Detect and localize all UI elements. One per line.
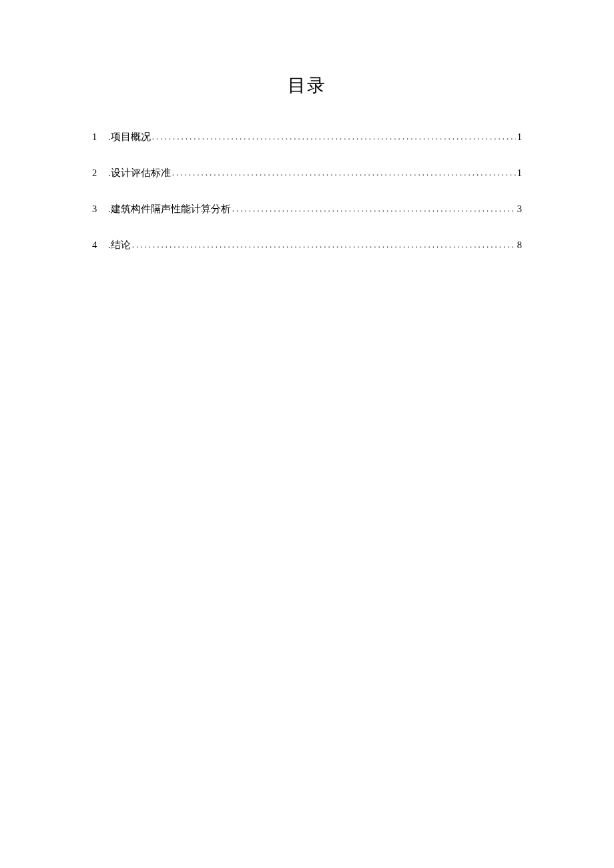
toc-entry-page: 8 bbox=[517, 240, 522, 251]
toc-entry-page: 3 bbox=[517, 203, 522, 215]
toc-entry[interactable]: 2 . 设计评估标准 1 bbox=[92, 167, 522, 179]
toc-entry-number: 1 bbox=[92, 131, 108, 143]
toc-entry[interactable]: 1 . 项目概况 1 bbox=[92, 131, 522, 143]
toc-entry-label: 建筑构件隔声性能计算分析 bbox=[111, 203, 231, 215]
toc-entry-number: 3 bbox=[92, 203, 108, 215]
toc-entry-label: 项目概况 bbox=[111, 131, 151, 143]
toc-title: 目录 bbox=[60, 73, 554, 97]
toc-leader-dots bbox=[232, 203, 516, 214]
toc-entry-label: 设计评估标准 bbox=[111, 167, 171, 179]
toc-leader-dots bbox=[132, 240, 516, 250]
toc-entry-number: 2 bbox=[92, 167, 108, 179]
toc-leader-dots bbox=[152, 131, 516, 142]
toc-entry-page: 1 bbox=[517, 131, 522, 143]
document-page: 目录 1 . 项目概况 1 2 . 设计评估标准 1 3 . 建筑构件隔声性能计… bbox=[0, 0, 614, 252]
toc-entry-label: 结论 bbox=[111, 239, 131, 252]
table-of-contents: 1 . 项目概况 1 2 . 设计评估标准 1 3 . 建筑构件隔声性能计算分析… bbox=[60, 131, 554, 252]
toc-entry-number: 4 bbox=[92, 240, 108, 251]
toc-entry[interactable]: 4 . 结论 8 bbox=[92, 239, 522, 252]
toc-entry-page: 1 bbox=[517, 167, 522, 179]
toc-entry[interactable]: 3 . 建筑构件隔声性能计算分析 3 bbox=[92, 203, 522, 215]
toc-leader-dots bbox=[172, 167, 516, 178]
